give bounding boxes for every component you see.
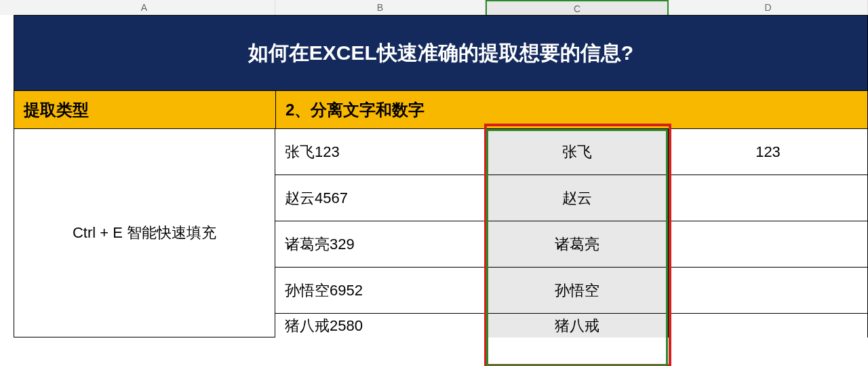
table-row: 赵云4567 赵云 — [275, 175, 868, 221]
spreadsheet-area: 如何在EXCEL快速准确的提取想要的信息? 提取类型 2、分离文字和数字 Ctr… — [14, 15, 868, 337]
cell-c1[interactable]: 张飞 — [486, 129, 669, 175]
cell-b2[interactable]: 赵云4567 — [275, 175, 486, 221]
cell-d1[interactable]: 123 — [669, 129, 868, 175]
col-header-c[interactable]: C — [486, 0, 669, 15]
col-header-d[interactable]: D — [669, 0, 868, 15]
cell-c3[interactable]: 诸葛亮 — [486, 221, 669, 268]
col-header-a[interactable]: A — [14, 0, 275, 15]
title-text: 如何在EXCEL快速准确的提取想要的信息? — [248, 39, 633, 67]
table-row: 猪八戒2580 猪八戒 — [275, 314, 868, 337]
header-row: 提取类型 2、分离文字和数字 — [14, 91, 868, 129]
cell-d3[interactable] — [669, 221, 868, 268]
cell-c2[interactable]: 赵云 — [486, 175, 669, 221]
column-headers: A B C D — [0, 0, 868, 15]
cell-b5[interactable]: 猪八戒2580 — [275, 314, 486, 337]
data-area: Ctrl + E 智能快速填充 张飞123 张飞 123 赵云4567 赵云 诸… — [14, 129, 868, 337]
cell-b3[interactable]: 诸葛亮329 — [275, 221, 486, 268]
header-col2[interactable]: 2、分离文字和数字 — [276, 91, 867, 128]
cell-b1[interactable]: 张飞123 — [275, 129, 486, 175]
table-row: 诸葛亮329 诸葛亮 — [275, 221, 868, 268]
cell-c4[interactable]: 孙悟空 — [486, 268, 669, 314]
col-header-b[interactable]: B — [275, 0, 486, 15]
cell-d2[interactable] — [669, 175, 868, 221]
cell-c5[interactable]: 猪八戒 — [486, 314, 669, 337]
table-row: 孙悟空6952 孙悟空 — [275, 268, 868, 314]
merged-type-label: Ctrl + E 智能快速填充 — [73, 223, 216, 243]
title-row[interactable]: 如何在EXCEL快速准确的提取想要的信息? — [14, 15, 868, 91]
cell-b4[interactable]: 孙悟空6952 — [275, 268, 486, 314]
table-row: 张飞123 张飞 123 — [275, 129, 868, 175]
cell-d4[interactable] — [669, 268, 868, 314]
header-col1[interactable]: 提取类型 — [14, 91, 276, 128]
cell-d5[interactable] — [669, 314, 868, 337]
merged-type-cell[interactable]: Ctrl + E 智能快速填充 — [14, 129, 275, 337]
